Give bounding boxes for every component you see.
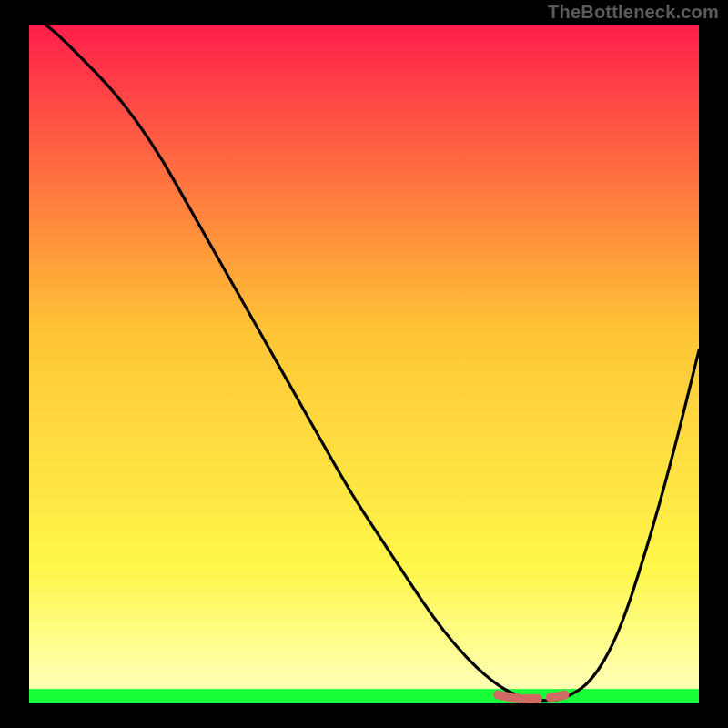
chart-stage: TheBottleneck.com [0,0,728,728]
watermark-text: TheBottleneck.com [548,2,719,23]
optimal-range-marker [498,695,565,700]
gradient-background [29,25,699,703]
green-band [29,689,699,703]
chart-canvas [0,0,728,728]
